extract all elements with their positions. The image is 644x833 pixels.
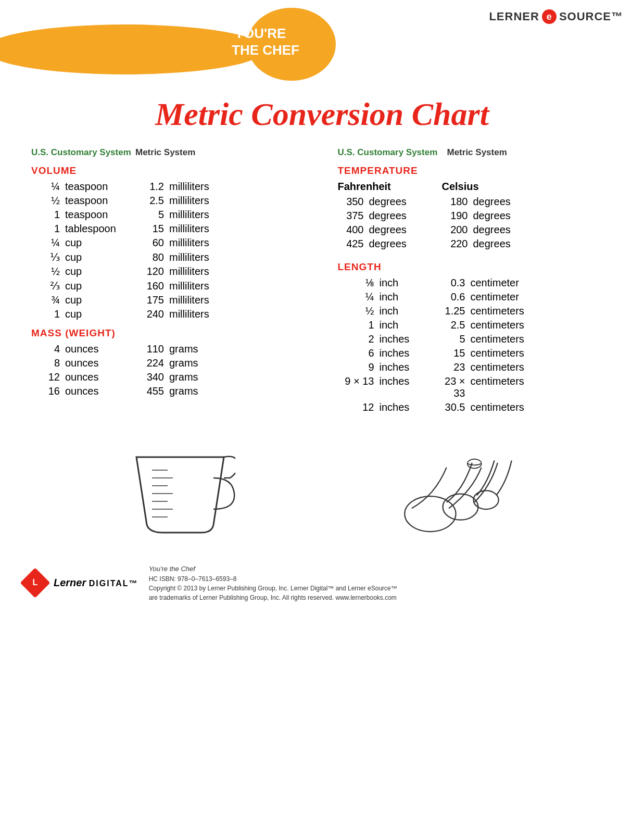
main-title-section: Metric Conversion Chart <box>0 96 644 132</box>
length-row-3: ½ inch 1.25 centimeters <box>338 305 618 317</box>
footer-copyright: Copyright © 2013 by Lerner Publishing Gr… <box>149 584 397 593</box>
celsius-header: Celsius <box>442 181 479 193</box>
volume-row-1: ¼ teaspoon 1.2 milliliters <box>31 181 312 193</box>
volume-row-2: ½ teaspoon 2.5 milliliters <box>31 195 312 207</box>
volume-row-5: ¼ cup 60 milliliters <box>31 237 312 249</box>
footer-logo: L Lerner DIGITAL™ <box>21 569 138 597</box>
lerner-logo-diamond: L <box>21 569 49 597</box>
length-row-8: 9 × 13 inches 23 × 33 centimeters <box>338 375 618 399</box>
temperature-label: TEMPERATURE <box>338 165 618 176</box>
volume-row-3: 1 teaspoon 5 milliliters <box>31 209 312 221</box>
lerner-logo-text2: SOURCE™ <box>559 10 623 23</box>
svg-text:THE CHEF: THE CHEF <box>232 42 299 58</box>
temp-row-2: 375 degrees 190 degrees <box>338 210 618 222</box>
svg-point-14 <box>468 459 482 469</box>
right-col-headers: U.S. Customary System Metric System <box>338 147 618 158</box>
footer-text-block: You're the Chef HC ISBN: 978–0–7613–6593… <box>149 564 397 602</box>
page-header: YOU'RE THE CHEF LERNER e SOURCE™ <box>0 0 644 91</box>
svg-text:YOU'RE: YOU'RE <box>235 26 286 41</box>
volume-row-4: 1 tablespoon 15 milliliters <box>31 223 312 235</box>
lerner-logo-e: e <box>542 9 557 24</box>
length-label: LENGTH <box>338 261 618 273</box>
volume-row-7: ½ cup 120 milliliters <box>31 266 312 277</box>
footer: L Lerner DIGITAL™ You're the Chef HC ISB… <box>0 556 644 610</box>
right-column: U.S. Customary System Metric System TEMP… <box>322 147 618 415</box>
footer-isbn: HC ISBN: 978–0–7613–6593–8 <box>149 574 397 584</box>
length-row-7: 9 inches 23 centimeters <box>338 361 618 373</box>
footer-lerner-text: Lerner DIGITAL™ <box>54 577 138 589</box>
lerner-logo-text1: LERNER <box>489 10 539 23</box>
volume-row-8: ⅔ cup 160 milliliters <box>31 280 312 292</box>
length-row-5: 2 inches 5 centimeters <box>338 333 618 345</box>
svg-text:L: L <box>33 578 38 587</box>
volume-row-6: ⅓ cup 80 milliliters <box>31 251 312 263</box>
left-column: U.S. Customary System Metric System VOLU… <box>31 147 322 415</box>
page-title: Metric Conversion Chart <box>21 96 623 132</box>
mass-row-3: 12 ounces 340 grams <box>31 371 312 383</box>
measuring-cup-illustration <box>121 436 235 540</box>
left-col-headers: U.S. Customary System Metric System <box>31 147 312 158</box>
footer-trademark: are trademarks of Lerner Publishing Grou… <box>149 593 397 602</box>
footer-book-title: You're the Chef <box>149 564 397 574</box>
mass-label: MASS (WEIGHT) <box>31 327 312 339</box>
volume-row-10: 1 cup 240 milliliters <box>31 308 312 320</box>
content-area: U.S. Customary System Metric System VOLU… <box>0 137 644 421</box>
length-row-1: ⅛ inch 0.3 centimeter <box>338 277 618 289</box>
lerner-esource-logo: LERNER e SOURCE™ <box>489 9 623 24</box>
left-metric-header: Metric System <box>135 147 195 158</box>
volume-row-9: ¾ cup 175 milliliters <box>31 294 312 306</box>
length-row-9: 12 inches 30.5 centimeters <box>338 401 618 413</box>
measuring-spoons-illustration <box>393 436 523 540</box>
temp-row-3: 400 degrees 200 degrees <box>338 224 618 236</box>
volume-label: VOLUME <box>31 165 312 176</box>
length-row-4: 1 inch 2.5 centimeters <box>338 319 618 331</box>
illustrations-section <box>0 426 644 551</box>
mass-row-4: 16 ounces 455 grams <box>31 385 312 397</box>
right-metric-header: Metric System <box>447 147 507 158</box>
fahrenheit-header: Fahrenheit <box>338 181 442 193</box>
left-us-header: U.S. Customary System <box>31 147 135 158</box>
temp-headers: Fahrenheit Celsius <box>338 181 618 193</box>
temp-row-4: 425 degrees 220 degrees <box>338 238 618 250</box>
svg-point-0 <box>0 24 266 74</box>
mass-row-1: 4 ounces 110 grams <box>31 343 312 355</box>
mass-row-2: 8 ounces 224 grams <box>31 357 312 369</box>
length-row-2: ¼ inch 0.6 centimeter <box>338 291 618 303</box>
temp-row-1: 350 degrees 180 degrees <box>338 196 618 208</box>
right-us-header: U.S. Customary System <box>338 147 447 158</box>
length-row-6: 6 inches 15 centimeters <box>338 347 618 359</box>
spoon-illustration: YOU'RE THE CHEF <box>0 0 338 83</box>
